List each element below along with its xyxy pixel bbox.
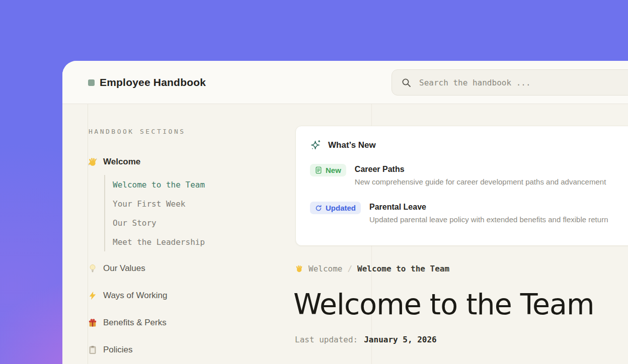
sidebar-heading: HANDBOOK SECTIONS bbox=[89, 128, 186, 135]
app-header: Employee Handbook bbox=[62, 61, 628, 104]
new-badge: New bbox=[310, 164, 346, 176]
subnav-item-meet-the-leadership[interactable]: Meet the Leadership bbox=[113, 232, 205, 251]
app-window: Employee Handbook HANDBOOK SECTIONS bbox=[62, 61, 628, 364]
last-updated-value: January 5, 2026 bbox=[364, 335, 437, 344]
whats-new-item-career-paths[interactable]: New Career Paths New comprehensive guide… bbox=[310, 164, 628, 186]
document-icon bbox=[315, 166, 322, 174]
item-description: New comprehensive guide for career devel… bbox=[355, 177, 606, 186]
sparkle-icon bbox=[310, 139, 322, 151]
bulb-icon bbox=[88, 263, 98, 274]
whats-new-title: What’s New bbox=[328, 140, 376, 150]
sidebar-item-label: Our Values bbox=[103, 263, 145, 274]
search-input[interactable] bbox=[392, 70, 628, 95]
breadcrumb-separator: / bbox=[347, 264, 352, 274]
search-icon bbox=[401, 77, 412, 88]
search-box[interactable] bbox=[391, 69, 628, 96]
subnav-item-our-story[interactable]: Our Story bbox=[113, 213, 205, 232]
last-updated: Last updated: January 5, 2026 bbox=[295, 335, 437, 344]
sidebar-item-policies[interactable]: Policies bbox=[88, 344, 133, 356]
wave-icon bbox=[295, 264, 303, 273]
sidebar-subnav: Welcome to the Team Your First Week Our … bbox=[104, 175, 205, 251]
app-title: Employee Handbook bbox=[100, 76, 206, 88]
breadcrumb-current: Welcome to the Team bbox=[357, 264, 449, 274]
sidebar-item-label: Ways of Working bbox=[103, 291, 168, 301]
sidebar-item-welcome[interactable]: Welcome bbox=[88, 156, 140, 168]
item-title: Parental Leave bbox=[369, 203, 608, 212]
whats-new-card: What’s New New Career Paths New comprehe… bbox=[295, 126, 628, 246]
app-logo-icon bbox=[88, 79, 95, 86]
breadcrumb: Welcome / Welcome to the Team bbox=[295, 264, 449, 274]
bolt-icon bbox=[88, 291, 98, 301]
sidebar-item-ways-of-working[interactable]: Ways of Working bbox=[88, 290, 168, 302]
page-title: Welcome to the Team bbox=[293, 288, 594, 321]
subnav-item-welcome-to-the-team[interactable]: Welcome to the Team bbox=[113, 175, 205, 194]
sidebar-item-our-values[interactable]: Our Values bbox=[88, 262, 145, 275]
clipboard-icon bbox=[88, 345, 98, 355]
item-title: Career Paths bbox=[355, 165, 606, 174]
item-description: Updated parental leave policy with exten… bbox=[369, 215, 608, 224]
last-updated-label: Last updated: bbox=[295, 335, 358, 344]
sidebar-item-label: Welcome bbox=[103, 157, 140, 167]
sidebar-item-benefits-perks[interactable]: Benefits & Perks bbox=[88, 317, 167, 329]
sidebar-item-label: Benefits & Perks bbox=[103, 318, 167, 328]
whats-new-header: What’s New bbox=[310, 139, 628, 151]
subnav-item-your-first-week[interactable]: Your First Week bbox=[113, 194, 205, 213]
updated-badge: Updated bbox=[310, 202, 361, 214]
wave-icon bbox=[88, 157, 98, 167]
sidebar-item-label: Policies bbox=[103, 345, 133, 355]
whats-new-item-parental-leave[interactable]: Updated Parental Leave Updated parental … bbox=[310, 202, 628, 224]
gift-icon bbox=[88, 318, 98, 328]
brand: Employee Handbook bbox=[88, 61, 206, 104]
breadcrumb-section-link[interactable]: Welcome bbox=[308, 264, 342, 274]
refresh-icon bbox=[315, 205, 322, 212]
